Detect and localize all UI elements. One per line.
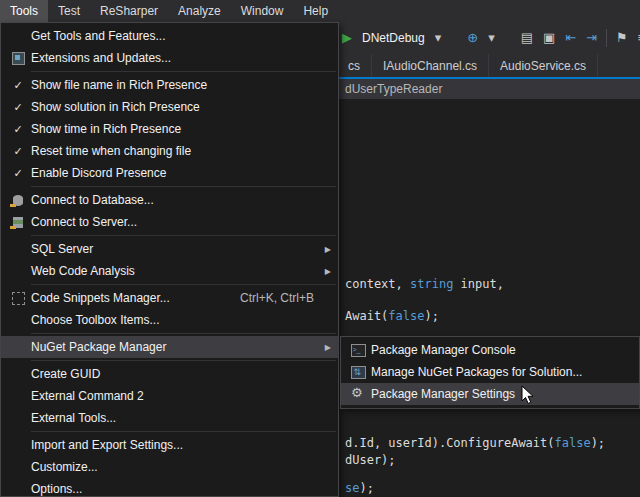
menu-item[interactable]: Code Snippets Manager... Ctrl+K, Ctrl+B (1, 287, 338, 309)
menu-item[interactable]: ✓ Show time in Rich Presence (1, 118, 338, 140)
toolbar-icon-glyph: ▣ (543, 30, 555, 45)
menu-separator (31, 284, 336, 285)
code-line: d.Id, userId).ConfigureAwait(false); (345, 436, 605, 450)
menu-item[interactable]: Choose Toolbox Items... (1, 309, 338, 331)
check-mark: ✓ (13, 79, 22, 92)
start-debug-icon[interactable]: ▶ (337, 22, 357, 54)
submenu-arrow-icon: ▶ (325, 343, 331, 352)
menu-item-shortcut: Ctrl+K, Ctrl+B (240, 291, 330, 305)
submenu-item[interactable]: Package Manager Settings (341, 383, 639, 405)
document-tab[interactable]: AudioService.cs (489, 54, 598, 77)
indent-increase-icon[interactable]: ⇥ (581, 22, 602, 54)
indent-decrease-icon[interactable]: ⇤ (560, 22, 581, 54)
menu-item-label: Code Snippets Manager... (31, 291, 170, 305)
debug-target-dropdown-icon[interactable]: ▾ (430, 22, 447, 54)
document-tab[interactable]: IAudioChannel.cs (372, 54, 489, 77)
menu-item-label: SQL Server (31, 242, 93, 256)
menu-item[interactable]: ✓ Enable Discord Presence (1, 162, 338, 184)
menu-item-label: Import and Export Settings... (31, 438, 183, 452)
member-dropdown[interactable]: dUserTypeReader (345, 82, 442, 96)
menubar-item-label: Help (303, 4, 328, 18)
menu-item[interactable]: Import and Export Settings... (1, 434, 338, 456)
menu-item[interactable]: Connect to Server... (1, 211, 338, 233)
menu-item-label: Show file name in Rich Presence (31, 78, 207, 92)
document-tab[interactable]: cs (337, 54, 372, 77)
menubar-item[interactable]: Test (48, 0, 90, 22)
menu-item[interactable]: ✓ Show file name in Rich Presence (1, 74, 338, 96)
menu-separator (31, 333, 336, 334)
toolbar-icon-glyph: ⇤ (565, 30, 576, 45)
menu-separator (31, 71, 336, 72)
debug-target-label[interactable]: DNetDebug (357, 22, 430, 54)
toolbar-separator (606, 29, 607, 47)
menu-item[interactable]: ✓ Show solution in Rich Presence (1, 96, 338, 118)
toolbar-icon-glyph: ⚑ (616, 30, 628, 45)
code-line: se); (345, 481, 374, 495)
submenu-item-label: Package Manager Console (371, 343, 516, 357)
toolbar-icon-glyph: ▾ (435, 30, 442, 45)
check-mark: ✓ (13, 167, 22, 180)
submenu-arrow-icon: ▶ (325, 267, 331, 276)
menu-item[interactable]: Extensions and Updates... (1, 47, 338, 69)
menu-item[interactable]: External Tools... (1, 407, 338, 429)
gear-icon (351, 387, 365, 401)
submenu-item[interactable]: Manage NuGet Packages for Solution... (341, 361, 639, 383)
submenu-item-label: Manage NuGet Packages for Solution... (371, 365, 582, 379)
menu-separator (31, 360, 336, 361)
submenu-item[interactable]: Package Manager Console (341, 339, 639, 361)
copy-icon[interactable]: ▣ (538, 22, 560, 54)
check-mark: ✓ (13, 123, 22, 136)
menu-item-label: Show solution in Rich Presence (31, 100, 200, 114)
menu-item[interactable]: Customize... (1, 456, 338, 478)
menubar-item[interactable]: Analyze (168, 0, 231, 22)
menu-item[interactable]: ✓ Reset time when changing file (1, 140, 338, 162)
task-list-icon[interactable]: ≡ (633, 22, 640, 54)
menu-item[interactable]: Get Tools and Features... (1, 25, 338, 47)
menu-item[interactable]: Connect to Database... (1, 189, 338, 211)
menu-separator (31, 186, 336, 187)
code-line: dUser); (345, 453, 396, 467)
menu-item-label: Enable Discord Presence (31, 166, 166, 180)
menu-item[interactable]: Create GUID (1, 363, 338, 385)
menubar-item[interactable]: ReSharper (90, 0, 168, 22)
toolbar-icon-glyph: ⊕ (467, 30, 478, 45)
menubar-item[interactable]: Window (231, 0, 294, 22)
menu-item[interactable]: Web Code Analysis ▶ (1, 260, 338, 282)
manage-icon (351, 366, 366, 379)
attach-icon[interactable]: ⊕ (462, 22, 483, 54)
menubar-item[interactable]: Help (293, 0, 338, 22)
menubar-item-label: Analyze (178, 4, 221, 18)
menu-separator (31, 235, 336, 236)
menubar-item-label: Test (58, 4, 80, 18)
attach-dropdown-icon[interactable]: ▾ (483, 22, 500, 54)
menu-item[interactable]: NuGet Package Manager ▶ (1, 336, 338, 358)
tab-label: IAudioChannel.cs (383, 59, 477, 73)
menubar-item-label: Window (241, 4, 284, 18)
toolbar-icon-glyph: ▾ (488, 30, 495, 45)
toolbar-right-group: ▶DNetDebug▾⊕▾▤▣⇤⇥⚑≡ (328, 22, 640, 54)
menubar-item[interactable]: Tools (0, 0, 48, 22)
menu-bar: Tools Test ReSharper Analyze Window Help (0, 0, 640, 22)
menu-item-label: Choose Toolbox Items... (31, 313, 160, 327)
bookmark-icon[interactable]: ⚑ (611, 22, 633, 54)
menu-item-label: Web Code Analysis (31, 264, 135, 278)
menu-item-label: Connect to Server... (31, 215, 137, 229)
menu-item-label: NuGet Package Manager (31, 340, 166, 354)
menu-item-label: Show time in Rich Presence (31, 122, 181, 136)
menu-item-label: Reset time when changing file (31, 144, 191, 158)
check-mark: ✓ (13, 101, 22, 114)
toolbar-icon-glyph: DNetDebug (362, 31, 425, 45)
toolbar-separator (500, 38, 516, 39)
database-icon (13, 195, 23, 206)
menu-item-label: Create GUID (31, 367, 100, 381)
submenu-item-label: Package Manager Settings (371, 387, 515, 401)
server-icon (13, 217, 23, 228)
tab-label: cs (348, 59, 360, 73)
menu-item[interactable]: SQL Server ▶ (1, 238, 338, 260)
menu-item[interactable]: Options... (1, 478, 338, 497)
menubar-item-label: ReSharper (100, 4, 158, 18)
nuget-submenu: Package Manager Console Manage NuGet Pac… (340, 336, 640, 409)
menu-item[interactable]: External Command 2 (1, 385, 338, 407)
open-file-icon[interactable]: ▤ (516, 22, 538, 54)
menu-separator (31, 431, 336, 432)
